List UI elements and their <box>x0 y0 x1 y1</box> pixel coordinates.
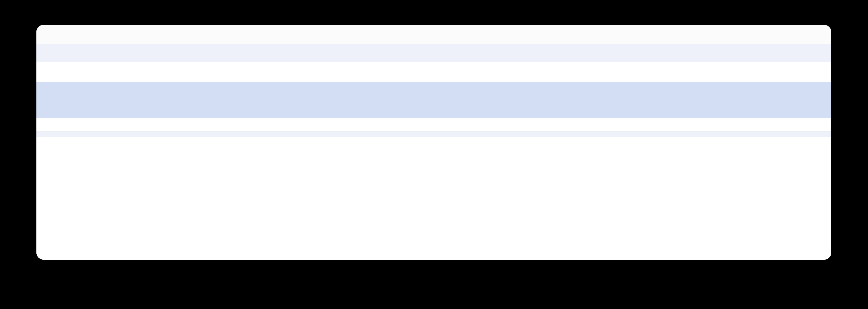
window-titlebar[interactable] <box>36 25 831 44</box>
flame-chart-tracks[interactable] <box>36 137 831 237</box>
timeline-overview[interactable] <box>36 82 831 118</box>
detail-time-ruler <box>36 118 831 132</box>
devtools-tab-bar <box>36 44 831 62</box>
close-window-button[interactable] <box>45 31 52 38</box>
zoom-window-button[interactable] <box>63 31 69 38</box>
minimize-window-button[interactable] <box>54 31 60 38</box>
panel-splitter[interactable] <box>36 132 831 137</box>
performance-toolbar <box>36 62 831 82</box>
bottom-panel <box>36 237 831 260</box>
devtools-window <box>36 25 831 260</box>
